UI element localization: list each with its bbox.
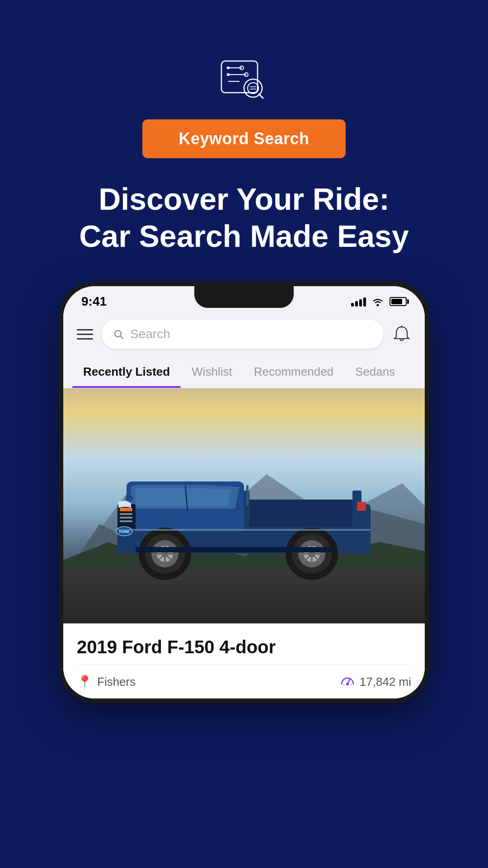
- svg-point-9: [248, 83, 258, 94]
- notification-button[interactable]: [392, 325, 411, 344]
- svg-point-6: [227, 73, 230, 76]
- search-icon: [113, 329, 124, 340]
- car-card[interactable]: FORD: [63, 388, 425, 698]
- tab-sedans[interactable]: Sedans: [344, 356, 406, 388]
- keyword-search-button[interactable]: Keyword Search: [142, 119, 345, 158]
- hero-title: Discover Your Ride: Car Search Made Easy: [52, 181, 436, 255]
- svg-rect-31: [120, 520, 132, 522]
- car-svg: FORD: [90, 459, 398, 587]
- svg-rect-25: [246, 485, 249, 505]
- app-logo-icon: [219, 59, 269, 119]
- svg-rect-53: [136, 547, 334, 552]
- phone-notch: [194, 286, 294, 308]
- svg-point-56: [346, 683, 349, 685]
- card-divider: [77, 665, 411, 665]
- status-time: 9:41: [81, 294, 107, 309]
- car-image: FORD: [63, 388, 425, 623]
- svg-rect-30: [120, 517, 132, 519]
- car-mileage: 17,842 mi: [340, 674, 411, 689]
- search-bar[interactable]: Search: [102, 320, 383, 349]
- speedometer-icon: [340, 674, 355, 689]
- tabs-container: Recently Listed Wishlist Recommended Sed…: [63, 356, 425, 388]
- car-location: 📍 Fishers: [77, 675, 136, 689]
- card-info: 2019 Ford F-150 4-door 📍 Fishers: [63, 623, 425, 698]
- svg-rect-55: [117, 529, 371, 531]
- wifi-icon: [371, 297, 384, 307]
- menu-button[interactable]: [77, 329, 93, 340]
- tab-recently-listed[interactable]: Recently Listed: [72, 356, 181, 388]
- svg-rect-34: [357, 502, 366, 511]
- svg-line-57: [343, 684, 344, 685]
- svg-line-10: [259, 94, 263, 98]
- svg-rect-28: [120, 508, 132, 511]
- signal-icon: [351, 297, 366, 307]
- app-header: Search: [63, 312, 425, 356]
- svg-point-13: [377, 304, 379, 307]
- svg-rect-22: [244, 500, 361, 527]
- card-meta: 📍 Fishers 17,842 mi: [77, 674, 411, 689]
- svg-rect-29: [120, 513, 132, 515]
- status-icons: [351, 297, 407, 307]
- svg-line-15: [121, 336, 123, 339]
- svg-rect-54: [126, 496, 133, 500]
- top-section: Keyword Search Discover Your Ride: Car S…: [0, 0, 488, 282]
- svg-line-58: [351, 684, 352, 685]
- phone-mockup: 9:41: [59, 282, 429, 703]
- svg-rect-0: [221, 61, 258, 93]
- location-pin-icon: 📍: [77, 675, 93, 689]
- tab-recommended[interactable]: Recommended: [243, 356, 344, 388]
- car-title: 2019 Ford F-150 4-door: [77, 637, 411, 657]
- svg-point-7: [227, 66, 230, 69]
- battery-icon: [389, 297, 407, 306]
- tab-wishlist[interactable]: Wishlist: [181, 356, 243, 388]
- search-placeholder: Search: [130, 327, 170, 341]
